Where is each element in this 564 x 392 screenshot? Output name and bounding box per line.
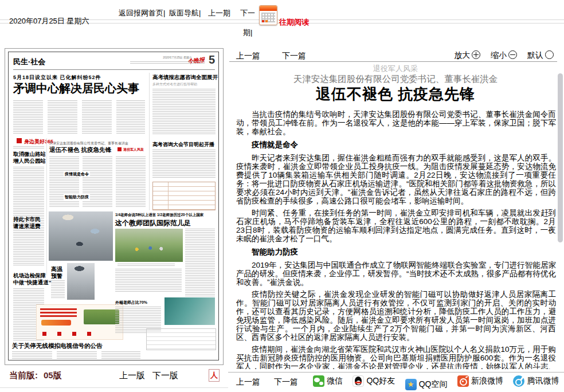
fake-text-block — [83, 156, 112, 208]
calendar-icon-dot — [265, 20, 268, 22]
issue-date: 2020年07月25日 星期六 — [9, 16, 89, 26]
np-center-badge: 退役军人风采 — [123, 147, 144, 152]
fake-text-block — [82, 100, 112, 135]
wechat-icon — [313, 375, 324, 387]
ad-red-text — [40, 308, 77, 317]
np-weather-headline-2: 预警 — [51, 272, 62, 280]
ad-check-square — [72, 332, 76, 336]
nav-prev-issue-link[interactable]: 上一期 — [208, 8, 230, 18]
share-sina-weibo-button[interactable]: 新浪微博 — [457, 375, 503, 387]
np-page-number: 5 — [209, 53, 215, 66]
fake-text-block — [13, 100, 43, 135]
zoom-default-icon — [545, 50, 554, 59]
prev-article-link[interactable]: 上一篇 — [236, 51, 260, 60]
zoom-default-button[interactable]: 默认 — [527, 50, 554, 60]
fake-text-block — [13, 146, 44, 149]
fake-text-block — [12, 351, 52, 359]
qq-penguin-icon — [352, 375, 364, 387]
fake-text-block — [49, 156, 79, 208]
grass-photo-thumb — [115, 229, 183, 262]
nav-next-issue-link[interactable]: 下一 — [240, 8, 255, 18]
nav-next-issue-link-wrap[interactable]: 期| — [243, 28, 252, 38]
np-center-headline: 退伍不褪色 抗疫急先锋 — [49, 146, 111, 154]
ad-orange-strip — [41, 320, 71, 326]
calendar-icon-top — [260, 6, 277, 11]
newspaper-page-thumbnail[interactable]: 民生·社会 2020年7月25日 星期六 今晚报 5 5月18日设立以来 已化解… — [5, 48, 224, 365]
ad-green-board — [84, 309, 119, 324]
np-center-subhead-1: 疫情就是命令 — [64, 171, 90, 177]
article-subtitle: 天津安达集团股份有限公司党委书记、董事长崔洪金 — [235, 73, 556, 85]
share-wechat-label: 微信 — [327, 376, 343, 386]
np-masthead-rule — [13, 69, 215, 70]
prev-page-link[interactable]: 上一版 — [119, 370, 145, 381]
fake-text-block — [101, 351, 140, 359]
fake-text-block — [152, 89, 216, 135]
share-buttons: 微信 QQ好友 ★ QQ空间 新浪微博 腾讯微博 + 0 — [313, 375, 564, 390]
np-schedule-table — [152, 182, 216, 210]
newspaper-reader-page: { "topbar": { "date": "2020年07月25日 星期六",… — [0, 0, 564, 392]
zoom-out-icon — [508, 50, 517, 59]
ad-banner-thumb — [36, 304, 123, 340]
fake-text-block — [152, 150, 216, 178]
np-column-rule — [46, 138, 47, 276]
archive-reading-link[interactable]: 往期阅读 — [279, 17, 309, 28]
library-photo-thumb — [164, 297, 215, 325]
tencent-weibo-icon — [513, 375, 524, 387]
share-qzone-label: QQ空间 — [419, 379, 448, 390]
article-paragraph: 昨天记者来到安达集团，握住崔洪金粗糙而强有力的双手就能感受到，这是军人的双手。疫… — [236, 154, 556, 205]
np-lead-headline: 矛调中心解决居民心头事 — [13, 81, 139, 96]
fake-text-block — [185, 229, 215, 297]
np-right-mid-headline: 高考咨询大会节目明起开播 — [152, 141, 214, 148]
np-column-rule — [149, 73, 150, 210]
np-right-bottom-stat: 外籍老师占比70% — [115, 300, 147, 305]
next-article-link-bottom[interactable]: 下一篇 — [274, 377, 298, 387]
share-tencent-weibo-label: 腾讯微博 — [527, 376, 559, 386]
article-body: 当抗击疫情的集结号吹响时，天津安达集团股份有限公司党委书记、董事长崔洪金闻令而动… — [236, 110, 556, 369]
fake-text-block — [48, 100, 77, 135]
share-qq-label: QQ好友 — [366, 376, 395, 386]
np-left-mid-headline-2: 增人民公园站 — [13, 158, 46, 165]
pdf-icon[interactable]: 人 — [209, 369, 220, 382]
calendar-icon[interactable] — [259, 5, 277, 25]
ad-check-square — [87, 332, 91, 336]
fake-text-block — [130, 61, 205, 64]
article-kicker: 退役军人风采 — [235, 64, 556, 74]
zoom-in-icon — [472, 50, 480, 59]
share-qzone-button[interactable]: ★ QQ空间 — [405, 379, 448, 390]
scrollbar-thumb[interactable] — [558, 73, 563, 242]
newspaper-mini-page: 民生·社会 2020年7月25日 星期六 今晚报 5 5月18日设立以来 已化解… — [8, 52, 219, 360]
np-right-top-subhead: 多种方式对考生进行指导帮助 — [152, 82, 197, 87]
np-center-subhead-2: 智能助力防疫 — [64, 194, 90, 200]
nav-layout-link[interactable]: 版面导航| — [169, 8, 201, 18]
next-article-link[interactable]: 下一篇 — [282, 51, 306, 60]
article-paragraph: 疫情防控关键之际，崔洪金发现企业研发的智能门磁可以协助做好返津人员居家隔离工作。… — [236, 290, 556, 342]
np-right-top-headline: 高考填报志愿咨询全面展开 — [152, 74, 218, 81]
np-teacher-kicker: 1/4老师会说5种以上语言 1/2老师游历过20个以上国家 — [115, 213, 203, 218]
current-page-value: 05版 — [44, 370, 62, 381]
nav-home-link[interactable]: 返回报网首页| — [119, 8, 165, 18]
prev-article-link-bottom[interactable]: 上一篇 — [236, 377, 260, 387]
share-qq-button[interactable]: QQ好友 — [352, 375, 395, 387]
zoom-in-button[interactable]: 放大 — [454, 50, 480, 60]
fake-text-block — [13, 232, 44, 265]
sina-weibo-icon — [457, 375, 469, 387]
fake-text-block — [117, 264, 175, 266]
ad-check-square — [42, 332, 46, 336]
fake-text-block — [51, 280, 65, 299]
page-controls-bar: 当前版: 05版 上一版 下一版 人 — [0, 367, 224, 387]
zoom-out-button[interactable]: 缩小 — [491, 50, 517, 60]
ad-check-square — [57, 332, 61, 336]
calendar-icon-dot — [262, 20, 264, 22]
article-toolbar: 上一篇 下一篇 — [236, 51, 326, 61]
share-wechat-button[interactable]: 微信 — [313, 375, 343, 387]
np-info-box — [146, 328, 216, 350]
article-section-heading: 智能助力防疫 — [236, 248, 556, 256]
share-tencent-weibo-button[interactable]: 腾讯微博 — [513, 375, 559, 387]
street-photo-thumb — [49, 211, 113, 261]
np-teacher-headline: 这个教师团队国际范儿足 — [115, 218, 191, 228]
article-title: 退伍不褪色 抗疫急先锋 — [235, 84, 556, 104]
article-paragraph: 2019年，安达集团与中国联通合作成立了物联网智能终端联合实验室，专门进行智能居… — [236, 261, 556, 287]
zoom-controls: 放大 缩小 默认 — [446, 50, 554, 61]
np-badge-square — [17, 138, 22, 143]
next-page-link[interactable]: 下一版 — [152, 370, 178, 381]
